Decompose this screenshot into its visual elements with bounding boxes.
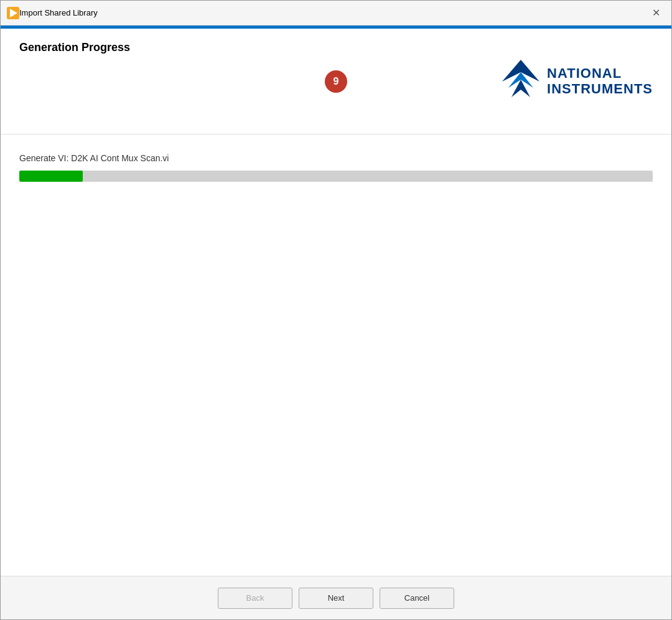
cancel-button[interactable]: Cancel [380,588,454,609]
footer-area: Back Next Cancel [1,576,671,619]
back-button[interactable]: Back [218,588,292,609]
close-button[interactable]: ✕ [646,4,665,22]
ni-bird-icon [502,60,539,103]
progress-bar-container [19,171,653,182]
ni-national-text: NATIONAL [547,66,653,81]
main-content: Generate VI: D2K AI Cont Mux Scan.vi [1,134,671,576]
app-icon [7,7,19,19]
progress-bar-fill [19,171,83,182]
main-window: Import Shared Library ✕ Generation Progr… [0,0,672,620]
next-button[interactable]: Next [299,588,373,609]
ni-logo: NATIONAL INSTRUMENTS [502,60,653,103]
step-badge: 9 [325,70,347,93]
header-area: Generation Progress 9 NATIONAL INSTRUMEN… [1,29,671,134]
ni-brand-text: NATIONAL INSTRUMENTS [547,66,653,96]
generate-vi-label: Generate VI: D2K AI Cont Mux Scan.vi [19,153,653,163]
page-title: Generation Progress [19,41,130,54]
title-bar: Import Shared Library ✕ [1,1,671,26]
window-title: Import Shared Library [19,8,646,17]
ni-instruments-text: INSTRUMENTS [547,82,653,96]
